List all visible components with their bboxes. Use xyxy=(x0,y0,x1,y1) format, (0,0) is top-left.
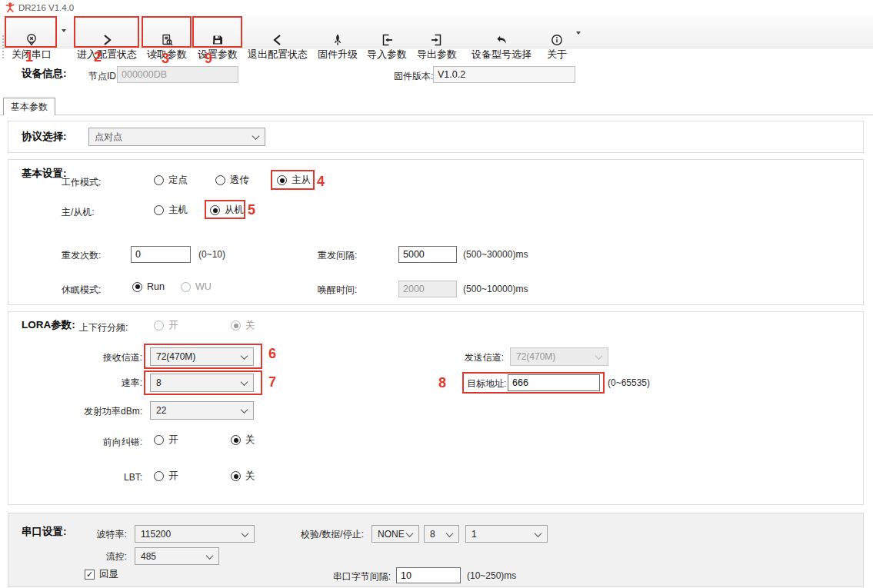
retry-count-field[interactable] xyxy=(131,246,191,263)
tx-power-value: 22 xyxy=(156,405,166,416)
master-slave-label: 主/从机: xyxy=(62,206,95,219)
firmware-upgrade-button[interactable]: 固件升级 xyxy=(315,32,360,63)
protocol-select-dropdown[interactable]: 点对点 xyxy=(88,128,265,146)
rx-channel-dropdown[interactable]: 72(470M) xyxy=(150,347,254,366)
retry-interval-field[interactable] xyxy=(398,246,457,263)
radio-label: 主从 xyxy=(292,174,311,187)
retry-count-label: 重发次数: xyxy=(62,249,101,262)
radio-label: 开 xyxy=(168,434,178,447)
radio-lbt-off[interactable]: 关 xyxy=(231,470,255,483)
byte-interval-field[interactable] xyxy=(396,567,461,583)
retry-interval-label: 重发间隔: xyxy=(318,249,357,262)
data-bits-value: 8 xyxy=(430,529,435,540)
read-params-icon xyxy=(160,32,174,47)
wake-time-hint: (500~10000)ms xyxy=(463,284,528,294)
annotation-number-1: 1 xyxy=(25,50,33,64)
radio-label: 主机 xyxy=(168,204,188,217)
basic-settings-section-label: 基本设置: xyxy=(22,167,67,181)
set-params-button[interactable]: 设置参数 xyxy=(194,32,242,63)
rx-channel-label: 接收信道: xyxy=(46,351,142,364)
annotation-number-9: 9 xyxy=(205,51,212,65)
rate-dropdown[interactable]: 8 xyxy=(150,374,254,392)
rate-label: 速率: xyxy=(46,377,142,390)
tx-power-label: 发射功率dBm: xyxy=(46,405,142,418)
about-button[interactable]: 关于 xyxy=(541,32,572,63)
radio-label: 开 xyxy=(168,319,178,332)
radio-fec-on[interactable]: 开 xyxy=(154,434,178,447)
data-bits-dropdown[interactable]: 8 xyxy=(424,525,459,543)
radio-sleep-wu[interactable]: WU xyxy=(181,281,212,292)
baud-rate-value: 115200 xyxy=(141,529,171,540)
device-model-undo-icon xyxy=(495,32,508,47)
serial-dropdown-arrow-icon[interactable] xyxy=(62,29,66,32)
wake-time-field[interactable] xyxy=(398,281,457,297)
tx-channel-dropdown[interactable]: 72(470M) xyxy=(510,347,608,366)
stop-bits-dropdown[interactable]: 1 xyxy=(465,525,548,543)
tab-basic-params[interactable]: 基本参数 xyxy=(3,98,55,115)
baud-rate-dropdown[interactable]: 115200 xyxy=(135,525,255,543)
tx-channel-value: 72(470M) xyxy=(516,351,555,362)
toolbar-grip[interactable] xyxy=(2,35,4,58)
checkbox-icon xyxy=(85,570,95,580)
lora-section-label: LORA参数: xyxy=(22,318,75,332)
parity-dropdown[interactable]: NONE xyxy=(372,525,419,543)
radio-label: 开 xyxy=(168,470,178,483)
firmware-version-label: 固件版本: xyxy=(394,70,433,83)
toolbar: 关闭串口 进入配置状态 读取参数 xyxy=(0,15,873,48)
flow-control-dropdown[interactable]: 485 xyxy=(135,547,219,565)
radio-label: 关 xyxy=(245,434,255,447)
export-params-label: 导出参数 xyxy=(417,48,457,61)
radio-label: WU xyxy=(195,281,212,292)
tx-channel-label: 发送信道: xyxy=(431,351,504,364)
protocol-select-label: 协议选择: xyxy=(22,130,67,144)
node-id-field[interactable] xyxy=(117,66,238,83)
toolbar-overflow-arrow-icon[interactable] xyxy=(576,32,581,35)
about-label: 关于 xyxy=(547,48,567,61)
save-params-icon xyxy=(211,32,225,47)
export-params-button[interactable]: 导出参数 xyxy=(414,32,460,63)
firmware-upgrade-label: 固件升级 xyxy=(318,48,358,61)
import-params-button[interactable]: 导入参数 xyxy=(365,32,409,63)
sleep-mode-label: 休眠模式: xyxy=(62,284,101,297)
target-address-hint: (0~65535) xyxy=(608,377,650,388)
annotation-number-4: 4 xyxy=(317,174,325,188)
serial-section-label: 串口设置: xyxy=(22,525,67,539)
wake-time-label: 唤醒时间: xyxy=(318,284,357,297)
radio-freq-split-on[interactable]: 开 xyxy=(154,319,178,332)
annotation-number-5: 5 xyxy=(248,203,255,217)
radio-work-mode-fixed[interactable]: 定点 xyxy=(154,174,188,187)
window-title: DR216 V1.4.0 xyxy=(18,3,74,12)
fec-label: 前向纠错: xyxy=(46,436,142,449)
radio-work-mode-master-slave[interactable]: 主从 xyxy=(277,174,311,187)
tx-power-dropdown[interactable]: 22 xyxy=(150,401,254,420)
radio-work-mode-transparent[interactable]: 透传 xyxy=(215,174,249,187)
baud-rate-label: 波特率: xyxy=(69,528,127,541)
enter-config-label: 进入配置状态 xyxy=(77,48,137,61)
about-info-icon xyxy=(550,32,564,47)
flow-control-label: 流控: xyxy=(69,550,127,563)
firmware-version-field[interactable] xyxy=(433,66,575,83)
node-id-label: 节点ID: xyxy=(88,70,118,83)
enter-config-button[interactable]: 进入配置状态 xyxy=(75,32,138,63)
retry-count-hint: (0~10) xyxy=(198,249,225,260)
import-params-label: 导入参数 xyxy=(367,48,407,61)
target-address-field[interactable] xyxy=(508,374,600,391)
radio-sleep-run[interactable]: Run xyxy=(132,281,165,292)
echo-checkbox[interactable]: 回显 xyxy=(85,568,118,581)
radio-freq-split-off[interactable]: 关 xyxy=(231,319,255,332)
lbt-label: LBT: xyxy=(46,472,142,483)
app-logo-icon xyxy=(4,2,16,14)
radio-fec-off[interactable]: 关 xyxy=(231,434,255,447)
radio-lbt-on[interactable]: 开 xyxy=(154,470,178,483)
exit-config-label: 退出配置状态 xyxy=(248,48,308,61)
radio-slave[interactable]: 从机 xyxy=(210,204,244,217)
radio-master[interactable]: 主机 xyxy=(154,204,188,217)
device-model-select-button[interactable]: 设备型号选择 xyxy=(466,32,537,63)
exit-config-button[interactable]: 退出配置状态 xyxy=(246,32,309,63)
work-mode-label: 工作模式: xyxy=(62,176,101,189)
serial-close-icon xyxy=(25,32,38,47)
radio-label: Run xyxy=(147,281,165,292)
parity-data-stop-label: 校验/数据/停止: xyxy=(301,528,364,541)
radio-label: 关 xyxy=(245,470,255,483)
annotation-number-8: 8 xyxy=(438,376,446,390)
